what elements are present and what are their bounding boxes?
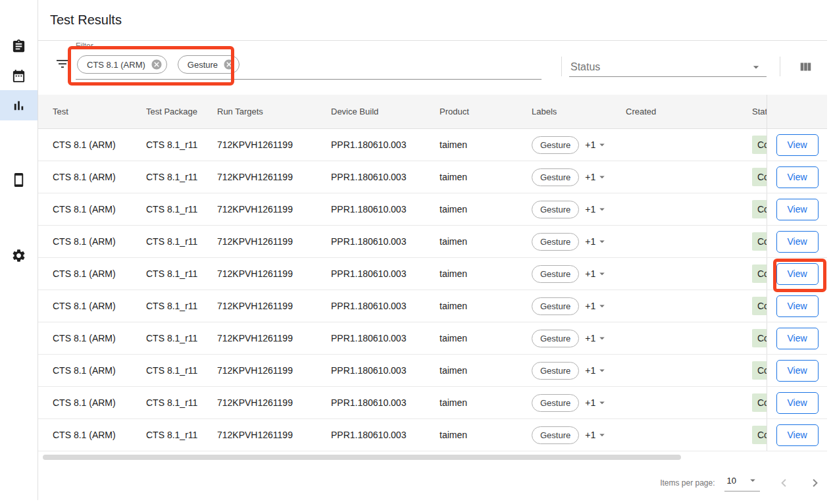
divider	[780, 57, 780, 76]
cell-test: CTS 8.1 (ARM)	[53, 430, 146, 440]
view-button[interactable]: View	[776, 231, 819, 253]
more-labels-dropdown[interactable]: +1	[585, 429, 608, 441]
sidebar-item-settings[interactable]	[0, 240, 38, 270]
cell-actions: View	[767, 355, 827, 386]
view-button[interactable]: View	[776, 424, 819, 446]
more-labels-count: +1	[585, 139, 595, 150]
cell-test: CTS 8.1 (ARM)	[53, 204, 146, 214]
more-labels-dropdown[interactable]: +1	[585, 300, 608, 312]
cell-labels: Gesture +1	[532, 330, 626, 347]
cell-product: taimen	[440, 365, 532, 376]
view-button[interactable]: View	[776, 392, 819, 414]
column-header-device-build: Device Build	[331, 107, 440, 116]
cell-status: Completed	[752, 355, 767, 386]
cell-device-build: PPR1.180610.003	[331, 365, 440, 376]
cell-product: taimen	[440, 236, 532, 247]
cell-device-build: PPR1.180610.003	[331, 333, 440, 343]
close-circle-icon[interactable]	[151, 59, 163, 70]
chevron-down-icon	[596, 429, 608, 441]
table-body: CTS 8.1 (ARM) CTS 8.1_r11 712KPVH1261199…	[38, 129, 827, 451]
cell-status: Completed	[752, 226, 767, 257]
filter-chip[interactable]: Gesture	[178, 55, 240, 74]
cell-labels: Gesture +1	[532, 201, 626, 218]
more-labels-dropdown[interactable]: +1	[585, 236, 608, 247]
filter-input-label: Filter	[76, 41, 93, 51]
chevron-down-icon	[596, 236, 608, 247]
close-circle-icon[interactable]	[223, 59, 235, 70]
status-filter-select[interactable]: Status	[569, 58, 767, 77]
more-labels-dropdown[interactable]: +1	[585, 268, 608, 280]
cell-test: CTS 8.1 (ARM)	[53, 268, 146, 279]
sidebar-item-test-plans[interactable]	[0, 61, 38, 91]
next-page-button[interactable]	[807, 475, 823, 491]
more-labels-dropdown[interactable]: +1	[585, 139, 608, 151]
cell-device-build: PPR1.180610.003	[331, 172, 440, 182]
more-labels-dropdown[interactable]: +1	[585, 365, 608, 376]
cell-test: CTS 8.1 (ARM)	[53, 333, 146, 343]
view-button[interactable]: View	[776, 328, 819, 349]
more-labels-dropdown[interactable]: +1	[585, 332, 608, 344]
more-labels-dropdown[interactable]: +1	[585, 203, 608, 215]
column-header-created: Created	[626, 107, 752, 116]
table-row: CTS 8.1 (ARM) CTS 8.1_r11 712KPVH1261199…	[38, 193, 827, 226]
cell-run-targets: 712KPVH1261199	[217, 333, 331, 343]
bar-chart-icon	[11, 98, 26, 113]
chevron-down-icon	[749, 61, 763, 74]
label-chip: Gesture	[532, 136, 579, 154]
status-filter-placeholder: Status	[570, 61, 600, 73]
calendar-icon	[11, 68, 26, 84]
cell-labels: Gesture +1	[532, 265, 626, 283]
cell-labels: Gesture +1	[532, 297, 626, 315]
cell-device-build: PPR1.180610.003	[331, 139, 440, 150]
column-header-status: Status	[752, 107, 767, 116]
view-button[interactable]: View	[776, 199, 819, 220]
cell-product: taimen	[440, 268, 532, 279]
cell-test: CTS 8.1 (ARM)	[53, 301, 146, 311]
more-labels-count: +1	[585, 204, 595, 214]
filter-list-icon[interactable]	[55, 56, 70, 72]
filter-chip[interactable]: CTS 8.1 (ARM)	[77, 55, 167, 74]
cell-run-targets: 712KPVH1261199	[217, 139, 331, 150]
chevron-down-icon	[596, 171, 608, 183]
previous-page-button[interactable]	[776, 475, 792, 491]
view-button[interactable]: View	[776, 360, 819, 382]
more-labels-dropdown[interactable]: +1	[585, 171, 608, 183]
main-content: Test Results Filter CTS 8.1 (ARM) Gestur…	[38, 0, 827, 500]
view-columns-button[interactable]	[798, 60, 814, 76]
cell-test-package: CTS 8.1_r11	[146, 236, 217, 247]
cell-status: Completed	[752, 419, 767, 451]
sidebar-item-devices[interactable]	[0, 164, 38, 195]
view-button[interactable]: View	[776, 166, 819, 188]
table-row: CTS 8.1 (ARM) CTS 8.1_r11 712KPVH1261199…	[38, 129, 827, 161]
cell-test-package: CTS 8.1_r11	[146, 333, 217, 343]
filter-chips: CTS 8.1 (ARM) Gesture	[77, 55, 240, 74]
cell-device-build: PPR1.180610.003	[331, 204, 440, 214]
cell-labels: Gesture +1	[532, 394, 626, 412]
horizontal-scrollbar[interactable]	[43, 455, 681, 460]
status-chip: Completed	[752, 232, 767, 251]
filter-input[interactable]	[76, 79, 542, 80]
view-button[interactable]: View	[776, 263, 819, 285]
cell-device-build: PPR1.180610.003	[331, 301, 440, 311]
status-chip: Completed	[752, 200, 767, 218]
paginator: Items per page: 10	[660, 468, 823, 497]
chevron-right-icon	[807, 475, 823, 491]
cell-labels: Gesture +1	[532, 362, 626, 380]
items-per-page-select[interactable]: 10	[724, 474, 760, 491]
cell-actions: View	[767, 129, 827, 161]
cell-test-package: CTS 8.1_r11	[146, 268, 217, 279]
label-chip: Gesture	[532, 168, 579, 186]
cell-device-build: PPR1.180610.003	[331, 236, 440, 247]
status-chip: Completed	[752, 297, 767, 315]
sidebar-item-test-results[interactable]	[0, 90, 38, 120]
cell-test: CTS 8.1 (ARM)	[53, 139, 146, 150]
cell-run-targets: 712KPVH1261199	[217, 365, 331, 376]
table-row: CTS 8.1 (ARM) CTS 8.1_r11 712KPVH1261199…	[38, 226, 827, 258]
cell-product: taimen	[440, 430, 532, 440]
view-button[interactable]: View	[776, 295, 819, 317]
sidebar-item-test-runs[interactable]	[0, 31, 38, 61]
view-button[interactable]: View	[776, 134, 819, 156]
cell-test-package: CTS 8.1_r11	[146, 397, 217, 408]
smartphone-icon	[11, 172, 26, 188]
more-labels-dropdown[interactable]: +1	[585, 397, 608, 409]
